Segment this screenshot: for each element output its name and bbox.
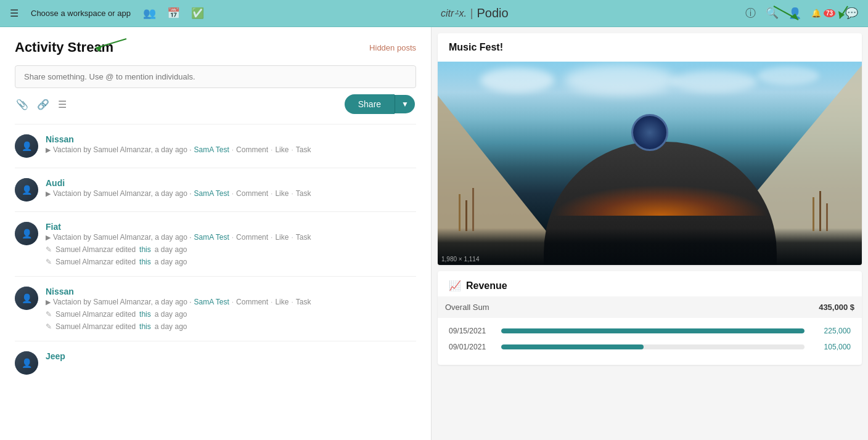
item-title[interactable]: Fiat: [46, 222, 416, 232]
like-action[interactable]: Like: [275, 298, 289, 306]
task-action[interactable]: Task: [296, 233, 311, 242]
music-fest-widget: Music Fest!: [438, 33, 862, 265]
citrix-text: citr⨩x.: [441, 8, 467, 19]
app-link[interactable]: SamA Test: [194, 298, 229, 306]
user-icon[interactable]: 👤: [788, 7, 801, 20]
item-meta: ▶ Vactaion by Samuel Almanzar, a day ago…: [46, 233, 416, 242]
edit-row: ✎ Samuel Almanzar edited this a day ago: [46, 310, 416, 319]
format-icon[interactable]: ☰: [58, 99, 67, 110]
item-title[interactable]: Audi: [46, 178, 416, 188]
avatar: 👤: [15, 178, 38, 202]
comment-action[interactable]: Comment: [236, 189, 268, 198]
bar-row: 09/01/2021 105,000: [449, 339, 851, 355]
bar-track-1: [501, 328, 805, 333]
item-title[interactable]: Nissan: [46, 134, 416, 144]
music-fest-title: Music Fest!: [438, 33, 862, 62]
hidden-posts-link[interactable]: Hidden posts: [369, 43, 416, 52]
edit-link[interactable]: this: [139, 322, 151, 331]
task-action[interactable]: Task: [296, 145, 311, 154]
meta-text: Vactaion by Samuel Almanzar, a day ago ·: [53, 298, 192, 306]
activity-content: Nissan ▶ Vactaion by Samuel Almanzar, a …: [46, 134, 416, 158]
share-button[interactable]: Share: [345, 94, 395, 114]
app-link[interactable]: SamA Test: [194, 145, 229, 154]
workspace-label[interactable]: Choose a workspace or app: [31, 9, 131, 18]
edit-link[interactable]: this: [139, 245, 151, 254]
avatar: 👤: [15, 222, 38, 245]
like-action[interactable]: Like: [275, 233, 289, 242]
separator: ·: [291, 298, 293, 306]
edit-link[interactable]: this: [139, 310, 151, 319]
share-toolbar: 📎 🔗 ☰ Share ▼: [15, 94, 416, 114]
task-action[interactable]: Task: [296, 189, 311, 198]
app-link[interactable]: SamA Test: [194, 189, 229, 198]
like-action[interactable]: Like: [275, 189, 289, 198]
share-dropdown-button[interactable]: ▼: [395, 95, 415, 113]
notifications-badge[interactable]: 🔔 73: [811, 9, 835, 18]
activity-item: 👤 Nissan ▶ Vactaion by Samuel Almanzar, …: [0, 124, 431, 168]
separator: ·: [271, 233, 272, 242]
bar-date-2: 09/01/2021: [449, 343, 495, 351]
bar-track-2: [501, 344, 805, 349]
attach-icon[interactable]: 📎: [16, 99, 28, 110]
meta-text: Vactaion by Samuel Almanzar, a day ago ·: [53, 233, 192, 242]
revenue-header: 📈 Revenue: [438, 271, 862, 296]
avatar-image: 👤: [15, 178, 38, 202]
separator: ·: [232, 189, 234, 198]
edit-icon: ✎: [46, 322, 52, 331]
search-icon[interactable]: 🔍: [766, 7, 779, 20]
people-icon[interactable]: 👥: [143, 7, 156, 20]
bar-date-1: 09/15/2021: [449, 327, 495, 335]
edit-text: Samuel Almanzar edited: [55, 258, 136, 266]
share-input[interactable]: [15, 65, 416, 88]
app-icon: ▶: [46, 298, 51, 306]
brand-logo: citr⨩x. | Podio: [441, 6, 509, 20]
calendar-icon[interactable]: 📅: [167, 7, 180, 20]
activity-item: 👤 Nissan ▶ Vactaion by Samuel Almanzar, …: [0, 277, 431, 341]
right-panel: Music Fest!: [432, 27, 868, 440]
link-icon[interactable]: 🔗: [37, 99, 49, 110]
comment-action[interactable]: Comment: [236, 145, 268, 154]
app-icon: ▶: [46, 146, 51, 154]
activity-title: Activity Stream: [15, 39, 113, 55]
separator: ·: [232, 298, 234, 306]
item-title[interactable]: Jeep: [46, 351, 416, 361]
main-layout: Activity Stream Hidden posts 📎 🔗 ☰ Share: [0, 27, 868, 440]
comment-action[interactable]: Comment: [236, 233, 268, 242]
hamburger-icon[interactable]: ☰: [10, 7, 18, 19]
chat-icon[interactable]: 💬: [845, 7, 858, 20]
edit-text: Samuel Almanzar edited: [55, 322, 136, 331]
separator: ·: [271, 298, 272, 306]
avatar: 👤: [15, 351, 38, 375]
avatar-image: 👤: [15, 287, 38, 310]
edit-time: a day ago: [155, 245, 187, 254]
overall-value: 435,000 $: [819, 303, 854, 312]
avatar: 👤: [15, 134, 38, 158]
activity-panel: Activity Stream Hidden posts 📎 🔗 ☰ Share: [0, 27, 432, 440]
like-action[interactable]: Like: [275, 145, 289, 154]
edit-row: ✎ Samuel Almanzar edited this a day ago: [46, 245, 416, 254]
comment-action[interactable]: Comment: [236, 298, 268, 306]
help-icon[interactable]: ⓘ: [745, 6, 756, 20]
separator: ·: [232, 145, 234, 154]
activity-item: 👤 Audi ▶ Vactaion by Samuel Almanzar, a …: [0, 168, 431, 211]
item-meta: ▶ Vactaion by Samuel Almanzar, a day ago…: [46, 145, 416, 154]
brand-separator: |: [470, 7, 473, 20]
top-navigation: ☰ Choose a workspace or app 👥 📅 ✅ citr⨩x…: [0, 0, 868, 27]
meta-text: Vactaion by Samuel Almanzar, a day ago ·: [53, 189, 192, 198]
podio-text: Podio: [477, 6, 509, 20]
image-size-label: 1,980 × 1,114: [441, 256, 479, 263]
avatar: 👤: [15, 287, 38, 310]
task-action[interactable]: Task: [296, 298, 311, 306]
revenue-chart-icon: 📈: [449, 280, 461, 291]
notification-count: 73: [824, 9, 835, 17]
separator: ·: [291, 233, 293, 242]
tasks-icon[interactable]: ✅: [191, 7, 204, 20]
activity-item: 👤 Fiat ▶ Vactaion by Samuel Almanzar, a …: [0, 212, 431, 276]
app-link[interactable]: SamA Test: [194, 233, 229, 242]
revenue-title: Revenue: [466, 280, 507, 291]
bell-icon: 🔔: [811, 9, 821, 18]
activity-content: Audi ▶ Vactaion by Samuel Almanzar, a da…: [46, 178, 416, 202]
edit-link[interactable]: this: [139, 258, 151, 266]
activity-content: Jeep: [46, 351, 416, 375]
item-title[interactable]: Nissan: [46, 287, 416, 296]
